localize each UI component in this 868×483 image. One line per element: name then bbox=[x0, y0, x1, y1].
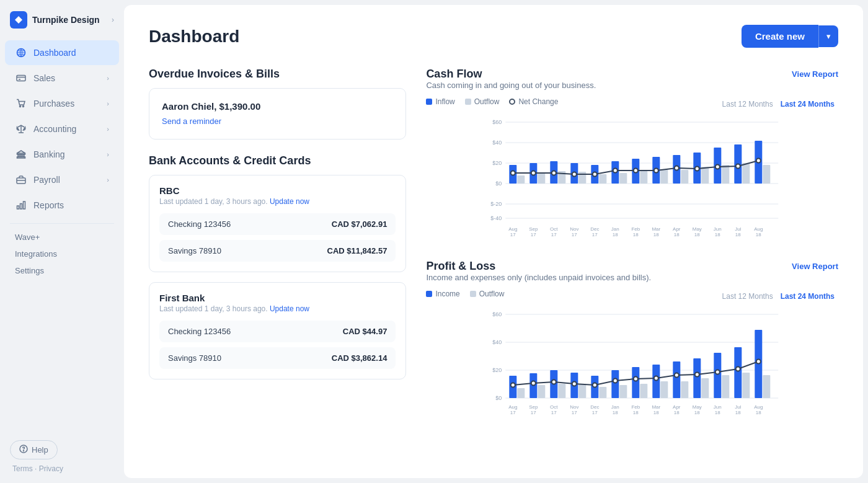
svg-text:17: 17 bbox=[510, 410, 516, 415]
svg-point-19 bbox=[24, 451, 24, 451]
update-now-link[interactable]: Update now bbox=[270, 197, 309, 206]
profit-loss-view-report[interactable]: View Report bbox=[792, 262, 838, 271]
send-reminder-link[interactable]: Send a reminder bbox=[162, 117, 221, 126]
svg-text:18: 18 bbox=[694, 410, 700, 415]
svg-text:$20: $20 bbox=[493, 367, 502, 373]
sidebar-item-settings[interactable]: Settings bbox=[0, 262, 124, 279]
legend-outflow-label: Outflow bbox=[474, 97, 500, 106]
svg-point-143 bbox=[756, 360, 761, 364]
main-content: Dashboard Create new ▾ Overdue Invoices … bbox=[124, 5, 863, 478]
svg-text:Mar: Mar bbox=[652, 404, 661, 410]
svg-rect-53 bbox=[722, 165, 730, 184]
time-12m[interactable]: Last 12 Months bbox=[719, 99, 777, 110]
svg-rect-47 bbox=[661, 169, 668, 184]
pl-time-12m[interactable]: Last 12 Months bbox=[719, 291, 777, 302]
svg-rect-57 bbox=[763, 165, 771, 184]
create-new-button[interactable]: Create new bbox=[742, 25, 818, 48]
svg-point-66 bbox=[675, 166, 679, 171]
svg-rect-106 bbox=[518, 388, 525, 398]
svg-rect-116 bbox=[620, 385, 627, 398]
sidebar-item-dashboard[interactable]: Dashboard bbox=[5, 40, 119, 65]
svg-text:Aug: Aug bbox=[755, 226, 763, 232]
sidebar-item-reports[interactable]: Reports bbox=[5, 193, 119, 218]
account-name: Savings 78910 bbox=[168, 246, 221, 255]
svg-rect-51 bbox=[702, 167, 709, 184]
svg-rect-110 bbox=[559, 384, 566, 398]
svg-text:Aug: Aug bbox=[509, 404, 518, 410]
svg-point-70 bbox=[756, 159, 761, 163]
svg-rect-15 bbox=[17, 206, 19, 209]
svg-rect-16 bbox=[20, 204, 22, 210]
cash-flow-section: Cash Flow View Report Cash coming in and… bbox=[426, 68, 838, 240]
globe-icon bbox=[15, 47, 27, 59]
time-24m[interactable]: Last 24 Months bbox=[777, 99, 838, 110]
svg-text:17: 17 bbox=[531, 232, 536, 237]
account-name: Savings 78910 bbox=[168, 353, 221, 363]
svg-text:Apr: Apr bbox=[673, 404, 681, 410]
svg-rect-35 bbox=[538, 173, 546, 184]
svg-text:$40: $40 bbox=[493, 140, 502, 146]
svg-text:18: 18 bbox=[735, 410, 741, 415]
svg-text:May: May bbox=[693, 226, 702, 232]
content-grid: Overdue Invoices & Bills Aaron Chiel, $1… bbox=[149, 68, 838, 452]
svg-point-131 bbox=[511, 383, 515, 388]
profit-loss-title: Profit & Loss bbox=[426, 260, 495, 273]
svg-text:17: 17 bbox=[572, 232, 577, 237]
svg-text:18: 18 bbox=[653, 232, 659, 237]
sidebar-item-integrations[interactable]: Integrations bbox=[0, 246, 124, 262]
pl-time-24m[interactable]: Last 24 Months bbox=[777, 291, 838, 302]
cash-flow-view-report[interactable]: View Report bbox=[792, 69, 838, 79]
svg-rect-112 bbox=[579, 384, 587, 398]
svg-text:18: 18 bbox=[653, 410, 659, 415]
account-balance: CAD $44.97 bbox=[343, 327, 388, 336]
svg-point-140 bbox=[695, 373, 699, 377]
svg-text:$0: $0 bbox=[496, 395, 502, 401]
svg-point-141 bbox=[715, 370, 720, 374]
sidebar-item-banking[interactable]: Banking › bbox=[5, 142, 119, 167]
cash-flow-subtitle: Cash coming in and going out of your bus… bbox=[426, 81, 838, 90]
svg-text:$60: $60 bbox=[493, 119, 502, 125]
svg-rect-55 bbox=[743, 163, 750, 184]
nav-divider bbox=[10, 223, 114, 224]
credit-card-icon bbox=[15, 72, 27, 84]
svg-text:18: 18 bbox=[633, 232, 639, 237]
svg-text:Sep: Sep bbox=[529, 226, 539, 232]
svg-text:Mar: Mar bbox=[652, 226, 661, 232]
legend-inflow: Inflow bbox=[426, 97, 454, 106]
left-column: Overdue Invoices & Bills Aaron Chiel, $1… bbox=[149, 68, 406, 452]
svg-rect-12 bbox=[23, 154, 24, 157]
svg-point-63 bbox=[613, 169, 618, 173]
create-new-dropdown-button[interactable]: ▾ bbox=[818, 25, 838, 47]
svg-rect-127 bbox=[735, 347, 742, 398]
svg-text:Jul: Jul bbox=[735, 404, 742, 410]
svg-point-139 bbox=[675, 373, 679, 378]
svg-point-138 bbox=[654, 376, 658, 381]
bank-group-firstbank: First Bank Last updated 1 day, 3 hours a… bbox=[149, 282, 406, 379]
svg-point-136 bbox=[613, 379, 618, 383]
privacy-link[interactable]: Privacy bbox=[39, 464, 63, 473]
sidebar-item-accounting[interactable]: Accounting › bbox=[5, 117, 119, 141]
svg-text:Nov: Nov bbox=[570, 404, 579, 410]
legend-income: Income bbox=[426, 290, 459, 298]
main-nav: Dashboard Sales › Purchases › Accounting… bbox=[0, 40, 124, 218]
brand-switcher[interactable]: Turnpike Design › bbox=[0, 0, 124, 40]
bank-updated: Last updated 1 day, 3 hours ago. Update … bbox=[159, 304, 396, 313]
svg-rect-124 bbox=[702, 378, 709, 398]
sidebar-item-payroll[interactable]: Payroll › bbox=[5, 167, 119, 192]
svg-rect-1 bbox=[17, 76, 25, 81]
income-legend-dot bbox=[426, 291, 432, 297]
terms-link[interactable]: Terms bbox=[12, 464, 33, 473]
svg-rect-126 bbox=[722, 375, 730, 398]
brand-chevron-icon: › bbox=[112, 16, 114, 24]
svg-point-58 bbox=[511, 171, 515, 175]
svg-point-137 bbox=[634, 377, 638, 381]
svg-text:18: 18 bbox=[694, 232, 700, 237]
create-button-group: Create new ▾ bbox=[742, 25, 838, 48]
sidebar-item-sales[interactable]: Sales › bbox=[5, 66, 119, 91]
sidebar-item-purchases[interactable]: Purchases › bbox=[5, 91, 119, 116]
update-now-link[interactable]: Update now bbox=[270, 304, 309, 313]
help-button[interactable]: Help bbox=[10, 440, 58, 459]
sidebar-item-wave-plus[interactable]: Wave+ bbox=[0, 229, 124, 246]
svg-text:May: May bbox=[693, 404, 702, 410]
svg-rect-108 bbox=[538, 385, 546, 398]
